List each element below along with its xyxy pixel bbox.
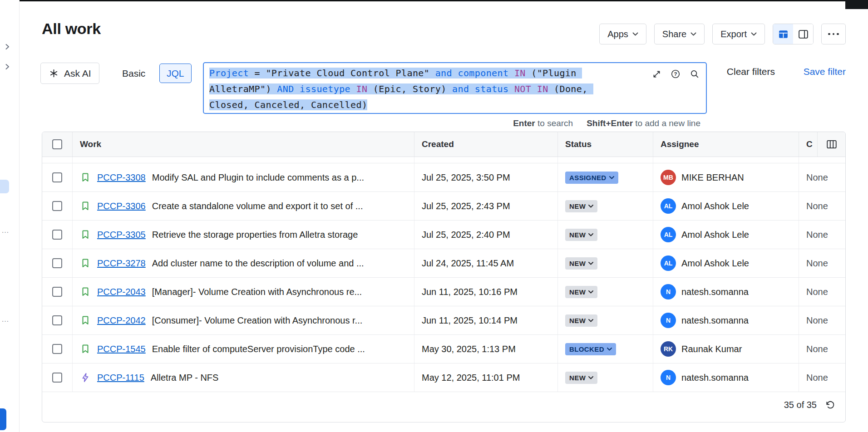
status-dropdown[interactable]: NEW	[565, 372, 597, 384]
status-dropdown[interactable]: NEW	[565, 314, 597, 327]
created-cell: Jul 25, 2025, 2:43 PM	[414, 192, 558, 220]
jql-mode-tab[interactable]: JQL	[159, 64, 192, 83]
columns-icon	[826, 138, 838, 150]
select-all-cell	[42, 132, 73, 157]
status-cell: NEW	[558, 363, 653, 392]
basic-mode-tab[interactable]: Basic	[116, 63, 152, 84]
column-header-assignee[interactable]: Assignee	[653, 132, 799, 157]
assignee-cell: Nnatesh.somanna	[653, 306, 799, 334]
created-cell: Jul 25, 2025, 2:40 PM	[414, 221, 558, 249]
row-select-cell	[42, 221, 73, 249]
work-cell: PCCP-2042[Consumer]- Volume Creation wit…	[73, 306, 414, 334]
created-cell: May 30, 2025, 1:13 PM	[414, 335, 558, 363]
save-filter-button[interactable]: Save filter	[804, 66, 846, 77]
issue-summary[interactable]: [Manager]- Volume Creation with Asynchro…	[152, 287, 362, 297]
issue-summary[interactable]: Add cluster name to the description of v…	[152, 258, 364, 269]
row-checkbox[interactable]	[52, 258, 62, 268]
row-select-cell	[42, 335, 73, 363]
export-button[interactable]: Export	[712, 24, 765, 44]
sidebar-expand-icon-2[interactable]	[5, 64, 10, 71]
search-hint: Enter to searchShift+Enter to add a new …	[203, 118, 707, 128]
created-cell: Jul 24, 2025, 11:45 AM	[414, 249, 558, 277]
chevron-down-icon	[588, 233, 593, 236]
row-checkbox[interactable]	[52, 201, 62, 211]
table-row: PCCP-3278Add cluster name to the descrip…	[42, 249, 845, 278]
refresh-button[interactable]	[825, 400, 835, 410]
issue-key-link[interactable]: PCCP-2042	[97, 315, 146, 326]
assignee-name: natesh.somanna	[681, 315, 749, 326]
issue-summary[interactable]: Enable filter of computeServer provision…	[152, 344, 365, 354]
work-cell: PCCP-3278Add cluster name to the descrip…	[73, 249, 414, 277]
column-header-truncated[interactable]: C	[799, 132, 818, 157]
assignee-cell: ALAmol Ashok Lele	[653, 192, 799, 220]
status-cell: NEW	[558, 221, 653, 249]
status-dropdown[interactable]: NEW	[565, 229, 597, 241]
clear-filters-button[interactable]: Clear filters	[727, 66, 775, 77]
status-dropdown[interactable]: NEW	[565, 200, 597, 212]
issue-key-link[interactable]: PCCP-3305	[97, 230, 146, 240]
issue-key-link[interactable]: PCCP-3308	[97, 172, 146, 183]
row-checkbox[interactable]	[52, 172, 62, 182]
jql-search-input[interactable]: Project = "Private Cloud Control Plane" …	[203, 62, 707, 114]
table-body: PCCP-3308Modify SAL and Plugin to includ…	[42, 163, 845, 392]
category-cell: None	[799, 192, 845, 220]
issue-key-link[interactable]: PCCP-2043	[97, 287, 146, 297]
expand-editor-button[interactable]	[652, 69, 661, 79]
category-cell: None	[799, 278, 845, 306]
sidebar-expand-icon[interactable]	[5, 44, 10, 51]
row-checkbox[interactable]	[52, 373, 62, 383]
chevron-down-icon	[607, 348, 612, 351]
created-cell: Jun 11, 2025, 10:16 PM	[414, 278, 558, 306]
select-all-checkbox[interactable]	[52, 139, 62, 149]
row-checkbox[interactable]	[52, 344, 62, 354]
share-button-label: Share	[662, 29, 686, 39]
more-actions-button[interactable]	[821, 24, 846, 44]
status-dropdown[interactable]: NEW	[565, 286, 597, 298]
issue-key-link[interactable]: PCCP-1545	[97, 344, 146, 354]
split-view-icon	[798, 29, 809, 40]
column-header-work[interactable]: Work	[73, 132, 414, 157]
issue-summary[interactable]: Create a standalone volume and export it…	[152, 201, 363, 211]
ellipsis-icon	[828, 33, 830, 35]
issue-summary[interactable]: Retrieve the storage properties from All…	[152, 230, 358, 240]
status-cell: NEW	[558, 249, 653, 277]
svg-text:?: ?	[674, 71, 677, 77]
assignee-cell: ALAmol Ashok Lele	[653, 249, 799, 277]
issue-summary[interactable]: Alletra MP - NFS	[151, 373, 219, 383]
issue-summary[interactable]: Modify SAL and Plugin to include comment…	[152, 172, 364, 183]
assignee-name: Amol Ashok Lele	[681, 230, 749, 240]
created-cell: May 12, 2025, 11:01 PM	[414, 363, 558, 392]
detail-view-button[interactable]	[793, 24, 813, 44]
story-icon	[80, 286, 91, 297]
avatar: N	[661, 284, 676, 299]
assignee-name: Amol Ashok Lele	[681, 201, 749, 211]
status-dropdown[interactable]: NEW	[565, 257, 597, 270]
chevron-down-icon	[690, 32, 696, 36]
jql-query-text[interactable]: Project = "Private Cloud Control Plane" …	[209, 65, 651, 113]
list-view-button[interactable]	[773, 24, 793, 44]
apps-button[interactable]: Apps	[599, 24, 646, 44]
search-button[interactable]	[690, 69, 700, 79]
category-cell: None	[799, 306, 845, 334]
column-settings-button[interactable]	[826, 138, 838, 150]
assignee-name: natesh.somanna	[681, 287, 749, 297]
row-checkbox[interactable]	[52, 287, 62, 297]
status-dropdown[interactable]: ASSIGNED	[565, 172, 618, 184]
category-cell: None	[799, 363, 845, 392]
row-checkbox[interactable]	[52, 230, 62, 240]
issue-summary[interactable]: [Consumer]- Volume Creation with Asynchr…	[152, 315, 363, 326]
issue-key-link[interactable]: PCCP-3306	[97, 201, 146, 211]
ask-ai-button[interactable]: Ask AI	[40, 63, 99, 84]
hint-shift-enter-key: Shift+Enter	[587, 118, 633, 128]
column-header-status[interactable]: Status	[558, 132, 653, 157]
avatar: AL	[661, 227, 676, 242]
syntax-help-button[interactable]: ?	[671, 69, 681, 79]
avatar: RK	[661, 341, 676, 357]
status-dropdown[interactable]: BLOCKED	[565, 343, 616, 355]
row-checkbox[interactable]	[52, 315, 62, 325]
share-button[interactable]: Share	[654, 24, 705, 44]
work-cell: PCCP-3308Modify SAL and Plugin to includ…	[73, 163, 414, 191]
issue-key-link[interactable]: PCCP-1115	[97, 373, 144, 383]
column-header-created[interactable]: Created	[414, 132, 558, 157]
issue-key-link[interactable]: PCCP-3278	[97, 258, 146, 269]
